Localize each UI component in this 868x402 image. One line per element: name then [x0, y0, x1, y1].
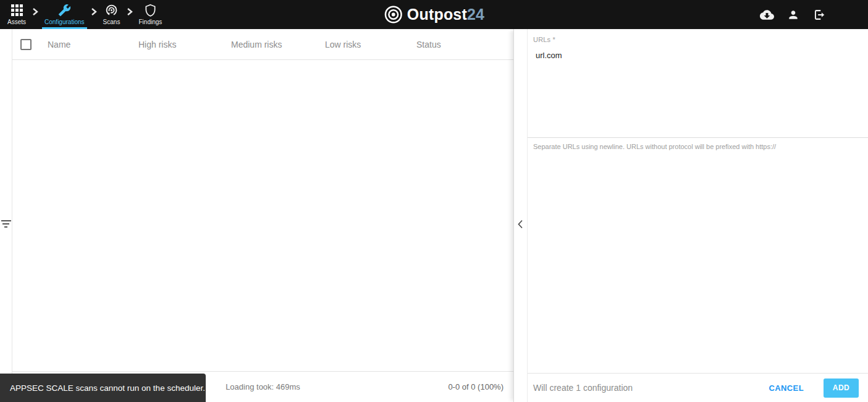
left-filter-rail — [0, 29, 12, 402]
nav-label-findings: Findings — [139, 19, 162, 25]
filter-icon[interactable] — [1, 220, 11, 229]
creation-summary-text: Will create 1 configuration — [533, 383, 633, 393]
pagination-range-text: 0-0 of 0 (100%) — [448, 382, 504, 391]
nav-item-assets[interactable]: Assets — [4, 0, 30, 29]
toast-message: APPSEC SCALE scans cannot run on the sch… — [10, 383, 205, 393]
main-area: Name High risks Medium risks Low risks S… — [0, 29, 868, 402]
column-header-medium-risks[interactable]: Medium risks — [231, 40, 325, 49]
grid-icon — [11, 3, 23, 17]
shield-icon — [145, 3, 156, 17]
panel-footer: Will create 1 configuration CANCEL ADD — [528, 373, 868, 402]
chevron-right-icon — [32, 0, 38, 29]
nav-item-scans[interactable]: Scans — [99, 0, 124, 29]
cancel-button[interactable]: CANCEL — [769, 383, 804, 393]
add-configuration-panel: URLs * url.com Separate URLs using newli… — [527, 29, 868, 402]
column-header-low-risks[interactable]: Low risks — [325, 40, 416, 49]
nav-label-configurations: Configurations — [44, 19, 84, 25]
logo-text: Outpost24 — [407, 6, 484, 24]
column-header-status[interactable]: Status — [416, 40, 513, 49]
target-logo-icon — [384, 5, 403, 24]
top-navbar: Assets Configurations — [0, 0, 868, 29]
panel-collapse-strip — [513, 29, 527, 402]
panel-spacer — [528, 150, 868, 373]
scan-target-icon — [105, 3, 118, 17]
cloud-download-icon[interactable] — [760, 9, 774, 20]
nav-label-scans: Scans — [103, 19, 120, 25]
outpost24-logo: Outpost24 — [384, 0, 484, 29]
nav-item-configurations[interactable]: Configurations — [41, 0, 88, 29]
column-header-high-risks[interactable]: High risks — [138, 40, 231, 49]
urls-field: URLs * url.com — [528, 29, 868, 138]
collapse-panel-chevron-icon[interactable] — [516, 218, 525, 233]
wrench-icon — [58, 3, 71, 17]
logout-icon[interactable] — [812, 8, 826, 22]
urls-helper-text: Separate URLs using newline. URLs withou… — [528, 143, 868, 150]
configurations-table: Name High risks Medium risks Low risks S… — [12, 29, 513, 402]
snackbar-toast: APPSEC SCALE scans cannot run on the sch… — [0, 374, 206, 402]
add-button[interactable]: ADD — [824, 378, 859, 398]
table-header-row: Name High risks Medium risks Low risks S… — [12, 29, 513, 60]
select-all-checkbox[interactable] — [20, 39, 32, 50]
urls-textarea[interactable]: url.com — [533, 47, 868, 137]
breadcrumb-nav: Assets Configurations — [0, 0, 166, 29]
nav-label-assets: Assets — [7, 19, 26, 25]
chevron-right-icon — [91, 0, 97, 29]
navbar-actions — [760, 0, 826, 29]
chevron-right-icon — [127, 0, 133, 29]
column-header-name[interactable]: Name — [48, 40, 138, 49]
urls-field-label: URLs * — [533, 36, 868, 43]
nav-item-findings[interactable]: Findings — [135, 0, 166, 29]
user-icon[interactable] — [787, 9, 799, 21]
table-body-empty — [12, 60, 513, 371]
